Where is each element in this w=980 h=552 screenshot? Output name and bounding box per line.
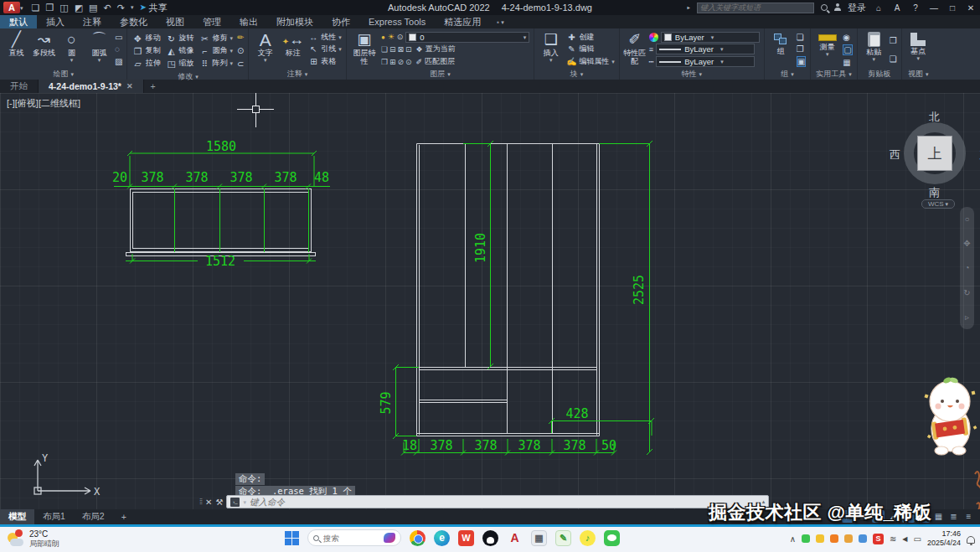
panel-utilities-footer[interactable]: 实用工具▾ [811, 69, 856, 80]
offset-icon[interactable]: ⊂ [237, 59, 244, 69]
set-current-button[interactable]: 置为当前 [426, 44, 456, 54]
tab-output[interactable]: 输出 [230, 15, 267, 28]
edge-icon[interactable]: e [434, 530, 450, 546]
viewcube-top-face[interactable]: 上 [917, 136, 952, 171]
layer-on-icon[interactable]: ● [381, 34, 385, 41]
lineweight-toggle-icon[interactable]: ▦ [932, 510, 945, 523]
taskbar-weather-widget[interactable]: 23°C 局部晴朗 [7, 529, 59, 549]
tab-manage[interactable]: 管理 [193, 15, 230, 28]
layer-thaw-icon[interactable]: ☀ [388, 33, 395, 41]
select-box-icon[interactable]: ▢ [843, 44, 852, 55]
drawing-canvas[interactable]: [-][俯视][二维线框] [0, 93, 980, 509]
maximize-button[interactable]: □ [946, 3, 958, 13]
new-tab-button[interactable]: + [144, 80, 162, 93]
group-edit-icon[interactable]: ❐ [797, 44, 806, 54]
fillet-button[interactable]: ⌐圆角▾ [199, 45, 233, 56]
annotation-toggle-icon[interactable]: ≣ [947, 510, 960, 523]
tab-insert[interactable]: 插入 [37, 15, 74, 28]
share-button[interactable]: ➤共享 [139, 2, 167, 13]
color-wheel-icon[interactable] [649, 33, 658, 42]
stretch-button[interactable]: ▱拉伸 [132, 58, 160, 69]
layer-properties-button[interactable]: ▣图层特性 [349, 30, 379, 69]
qat-dropdown-icon[interactable]: ▾ [131, 2, 134, 13]
model-tab[interactable]: 模型 [0, 509, 34, 524]
tab-addins[interactable]: 附加模块 [267, 15, 322, 28]
autodesk-app-icon[interactable]: A [891, 3, 903, 13]
linear-dim-button[interactable]: ↔线性▾ [308, 32, 342, 43]
notifications-icon[interactable] [967, 536, 975, 544]
tab-home[interactable]: 默认 [0, 15, 37, 28]
help-icon[interactable]: ? [910, 3, 921, 13]
command-customize-icon[interactable]: ⚒ [215, 498, 223, 507]
start-tab[interactable]: 开始 [0, 80, 39, 93]
lineweight-dropdown[interactable]: ByLayer▾ [656, 44, 755, 54]
battery-icon[interactable]: ▭ [914, 534, 921, 544]
wechat-icon[interactable] [604, 530, 620, 546]
command-close-icon[interactable]: ✕ [205, 498, 212, 507]
panel-layers-footer[interactable]: 图层▾ [347, 69, 534, 80]
polyline-button[interactable]: ↝多段线 [30, 30, 58, 69]
circle-button[interactable]: ○圆▾ [58, 30, 85, 69]
lock-icon[interactable]: ⊙ [237, 46, 244, 55]
document-tab[interactable]: 4-24-demo1-9-13*✕ [39, 80, 144, 93]
create-block-button[interactable]: ✚创建 [566, 32, 615, 43]
help-search-box[interactable] [697, 3, 814, 13]
music-app-icon[interactable]: ♪ [580, 530, 596, 546]
cut-clip-icon[interactable]: ❏ [890, 54, 897, 64]
base-point-button[interactable]: 基点▾ [905, 30, 932, 69]
text-button[interactable]: A文字▾ [251, 30, 279, 69]
signin-label[interactable]: 登录 [848, 2, 866, 14]
sogou-ime-icon[interactable]: S [873, 534, 884, 544]
tray-app-icon-green[interactable] [802, 534, 810, 543]
paste-button[interactable]: 粘贴▾ [860, 30, 888, 69]
match-properties-button[interactable]: ✐特性匹配 [622, 30, 647, 69]
measure-button[interactable]: 测量▾ [813, 30, 841, 69]
layer-tools-icons[interactable]: ❐⊞⊘⊙ [381, 58, 414, 66]
layer-tools-icons[interactable]: ❏⊟⊠⊡ [381, 45, 414, 54]
table-button[interactable]: ⊞表格 [308, 56, 342, 67]
color-dropdown[interactable]: ByLayer▾ [661, 32, 760, 43]
linetype-dropdown[interactable]: ByLayer▾ [656, 56, 755, 67]
erase-brush-icon[interactable]: ✏ [237, 33, 244, 42]
rectangle-icon[interactable]: ▭ [115, 33, 122, 42]
layer-dropdown[interactable]: 0▾ [405, 32, 529, 43]
viewcube-north[interactable]: 北 [929, 110, 940, 125]
app-menu-button[interactable]: A [3, 2, 20, 13]
taskbar-clock[interactable]: 17:46 2025/4/24 [927, 529, 961, 548]
command-bar-grip[interactable]: ⁞⁞ [199, 498, 202, 506]
ucs-icon[interactable] [34, 460, 90, 494]
panel-properties-footer[interactable]: 特性▾ [620, 69, 764, 80]
layer-lock-icon[interactable]: ⊙ [397, 33, 404, 41]
copy-clip-icon[interactable]: ❐ [890, 36, 897, 45]
taskbar-search-input[interactable] [323, 534, 374, 543]
command-input[interactable] [250, 497, 759, 507]
group-selection-icon[interactable]: ▣ [797, 56, 806, 67]
chrome-icon[interactable] [410, 530, 426, 546]
show-motion-icon[interactable]: ▹ [965, 312, 969, 322]
command-input-box[interactable]: ›_ ▾ ▴ [226, 495, 769, 508]
save-icon[interactable]: ◫ [59, 2, 68, 13]
tray-app-icon-orange[interactable] [830, 534, 838, 543]
quick-select-icon[interactable]: ◉ [843, 33, 852, 42]
panel-draw-footer[interactable]: 绘图▾ [0, 69, 126, 80]
pan-icon[interactable]: ✥ [963, 239, 970, 248]
tab-collaborate[interactable]: 协作 [322, 15, 359, 28]
scale-button[interactable]: ◳缩放 [166, 58, 193, 69]
tray-app-icon-blue[interactable] [859, 534, 867, 543]
dimension-button[interactable]: ✦↔标注 [279, 30, 307, 69]
close-button[interactable]: ✕ [965, 3, 977, 13]
ellipse-icon[interactable]: ◌ [115, 44, 122, 54]
viewcube[interactable]: 北 南 西 东 上 WCS▾ [901, 113, 972, 205]
wps-icon[interactable]: W [458, 530, 474, 546]
ungroup-icon[interactable]: ❏ [797, 33, 806, 42]
layout2-tab[interactable]: 布局2 [74, 509, 113, 524]
tab-parametric[interactable]: 参数化 [111, 15, 157, 28]
search-collapse-icon[interactable]: ▾ [686, 6, 692, 9]
panel-annotate-footer[interactable]: 注释▾ [249, 69, 346, 80]
wifi-icon[interactable]: ≋ [890, 534, 896, 544]
lineweight-icon[interactable]: ≡ [649, 45, 653, 54]
layout1-tab[interactable]: 布局1 [34, 509, 74, 524]
notes-app-icon[interactable]: ✎ [555, 530, 571, 546]
start-button[interactable] [285, 531, 299, 545]
panel-clipboard-footer[interactable]: 剪贴板 [858, 69, 901, 80]
